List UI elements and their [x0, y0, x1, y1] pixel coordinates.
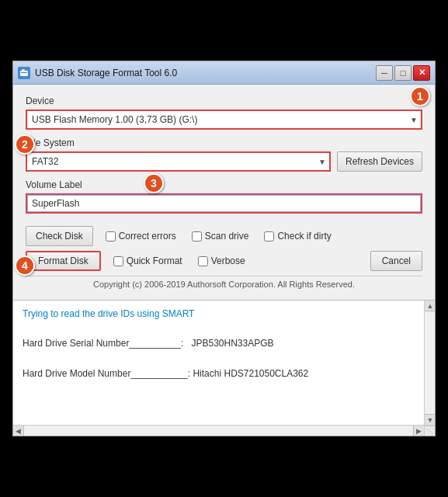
check-if-dirty-checkbox[interactable]: [264, 231, 274, 242]
quick-format-label[interactable]: Quick Format: [127, 255, 182, 266]
close-button[interactable]: ✕: [413, 65, 430, 81]
device-label: Device: [26, 96, 422, 106]
filesystem-select[interactable]: FAT32 NTFS FAT exFAT: [26, 151, 331, 172]
filesystem-section: 2 File System FAT32 NTFS FAT exFAT ▼ Ref…: [26, 137, 422, 172]
volume-label: Volume Label: [26, 179, 422, 190]
log-line-4: [23, 352, 415, 367]
log-line-2: [23, 321, 415, 336]
scan-drive-label[interactable]: Scan drive: [205, 231, 249, 242]
format-row: Format Disk Quick Format Verbose Cancel: [26, 251, 422, 271]
minimize-button[interactable]: ─: [376, 65, 393, 81]
verbose-group: Verbose: [198, 255, 245, 266]
filesystem-row: FAT32 NTFS FAT exFAT ▼ Refresh Devices: [26, 151, 422, 172]
log-scroll[interactable]: Trying to read the drive IDs using SMART…: [13, 301, 424, 425]
log-line-1: Trying to read the drive IDs using SMART: [23, 307, 415, 321]
device-row: USB Flash Memory 1.00 (3,73 GB) (G:\) ▼: [26, 109, 422, 130]
vertical-scrollbar[interactable]: ▲ ▼: [424, 301, 435, 425]
badge-3: 3: [144, 173, 164, 193]
maximize-button[interactable]: □: [394, 65, 412, 81]
scan-drive-group: Scan drive: [192, 231, 249, 242]
log-area: Trying to read the drive IDs using SMART…: [13, 300, 435, 436]
format-disk-button[interactable]: Format Disk: [26, 251, 101, 271]
hscroll-track[interactable]: [24, 426, 413, 436]
scroll-corner: ⋱: [424, 426, 435, 436]
scroll-left-button[interactable]: ◀: [13, 426, 24, 436]
log-line-3: Hard Drive Serial Number__________: JPB5…: [23, 336, 415, 351]
horizontal-scrollbar-row: ◀ ▶ ⋱: [13, 425, 435, 436]
cancel-button[interactable]: Cancel: [370, 251, 422, 271]
scroll-right-button[interactable]: ▶: [413, 426, 424, 436]
scroll-up-button[interactable]: ▲: [425, 301, 435, 311]
correct-errors-group: Correct errors: [106, 231, 176, 242]
content-area: 1 Device USB Flash Memory 1.00 (3,73 GB)…: [13, 85, 435, 300]
copyright: Copyright (c) 2006-2019 Authorsoft Corpo…: [26, 276, 422, 294]
correct-errors-label[interactable]: Correct errors: [119, 231, 176, 242]
verbose-checkbox[interactable]: [198, 256, 208, 266]
window-title: USB Disk Storage Format Tool 6.0: [35, 68, 376, 78]
main-window: USB Disk Storage Format Tool 6.0 ─ □ ✕ 1…: [12, 61, 436, 436]
check-disk-button[interactable]: Check Disk: [26, 226, 93, 246]
quick-format-checkbox[interactable]: [113, 256, 123, 266]
log-container: Trying to read the drive IDs using SMART…: [13, 301, 435, 425]
check-if-dirty-group: Check if dirty: [264, 231, 331, 242]
refresh-devices-button[interactable]: Refresh Devices: [337, 151, 422, 172]
check-disk-row: Check Disk Correct errors Scan drive Che…: [26, 226, 422, 246]
svg-rect-0: [20, 71, 28, 76]
badge-4: 4: [15, 255, 35, 276]
svg-rect-1: [22, 69, 25, 71]
badge-1: 1: [410, 86, 430, 106]
quick-format-group: Quick Format: [113, 255, 182, 266]
check-if-dirty-label[interactable]: Check if dirty: [277, 231, 331, 242]
scroll-down-button[interactable]: ▼: [425, 414, 435, 425]
filesystem-label: File System: [26, 137, 422, 148]
filesystem-select-wrap: FAT32 NTFS FAT exFAT ▼: [26, 151, 331, 172]
badge-2: 2: [15, 134, 35, 155]
log-line-5: Hard Drive Model Number___________: Hita…: [23, 367, 415, 381]
scan-drive-checkbox[interactable]: [192, 231, 202, 242]
verbose-label[interactable]: Verbose: [211, 255, 245, 266]
title-bar: USB Disk Storage Format Tool 6.0 ─ □ ✕: [13, 61, 435, 85]
window-controls: ─ □ ✕: [376, 65, 430, 81]
device-section: 1 Device USB Flash Memory 1.00 (3,73 GB)…: [26, 96, 422, 130]
svg-rect-2: [21, 72, 27, 73]
app-icon: [18, 67, 30, 79]
device-select[interactable]: USB Flash Memory 1.00 (3,73 GB) (G:\): [26, 109, 422, 130]
volume-section: 3 Volume Label: [26, 179, 422, 221]
format-section: 4 Format Disk Quick Format Verbose Cance…: [26, 251, 422, 271]
scroll-track: [425, 311, 435, 414]
volume-label-input[interactable]: [26, 193, 422, 214]
correct-errors-checkbox[interactable]: [106, 231, 116, 242]
